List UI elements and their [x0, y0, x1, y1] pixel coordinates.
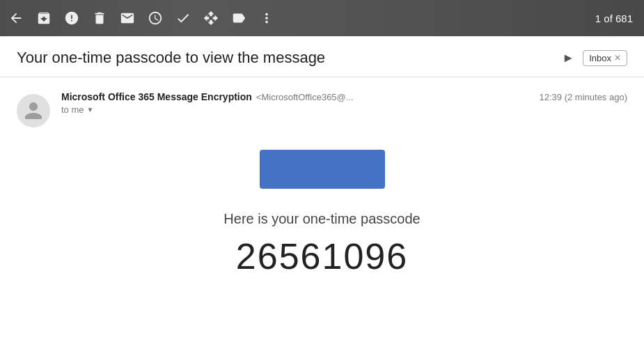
- forward-icon: ►: [562, 51, 574, 65]
- snooze-button[interactable]: [148, 10, 163, 26]
- toolbar: 1 of 681: [0, 0, 644, 36]
- passcode-value: 26561096: [236, 235, 408, 277]
- archive-button[interactable]: [36, 10, 52, 26]
- subject-bar: Your one-time passcode to view the messa…: [0, 36, 644, 77]
- move-button[interactable]: [203, 10, 219, 26]
- person-icon: [23, 100, 44, 121]
- email-area: Microsoft Office 365 Message Encryption …: [0, 77, 644, 277]
- label-button[interactable]: [231, 10, 246, 26]
- sender-row: Microsoft Office 365 Message Encryption …: [17, 91, 627, 127]
- sender-time: 12:39 (2 minutes ago): [540, 92, 627, 102]
- sender-name-row: Microsoft Office 365 Message Encryption …: [61, 91, 627, 102]
- avatar: [17, 94, 50, 127]
- inbox-badge[interactable]: Inbox ✕: [583, 50, 627, 66]
- more-button[interactable]: [259, 10, 274, 26]
- sender-info: Microsoft Office 365 Message Encryption …: [61, 91, 627, 115]
- mark-done-button[interactable]: [175, 10, 191, 26]
- passcode-label: Here is your one-time passcode: [223, 211, 420, 227]
- back-button[interactable]: [8, 10, 24, 26]
- email-body: Here is your one-time passcode 26561096: [17, 150, 627, 277]
- delete-button[interactable]: [92, 10, 107, 26]
- sender-email: <MicrosoftOffice365@...: [256, 92, 354, 102]
- to-me-row: to me ▼: [61, 104, 627, 115]
- report-button[interactable]: [64, 10, 79, 26]
- inbox-close-button[interactable]: ✕: [614, 53, 621, 63]
- to-me-label: to me: [61, 104, 84, 115]
- email-subject: Your one-time passcode to view the messa…: [17, 49, 553, 67]
- mail-button[interactable]: [120, 10, 135, 26]
- microsoft-logo-block: [260, 150, 385, 189]
- sender-name: Microsoft Office 365 Message Encryption: [61, 91, 252, 102]
- email-counter: 1 of 681: [595, 13, 633, 24]
- inbox-label: Inbox: [589, 53, 611, 63]
- to-me-dropdown[interactable]: ▼: [87, 106, 94, 114]
